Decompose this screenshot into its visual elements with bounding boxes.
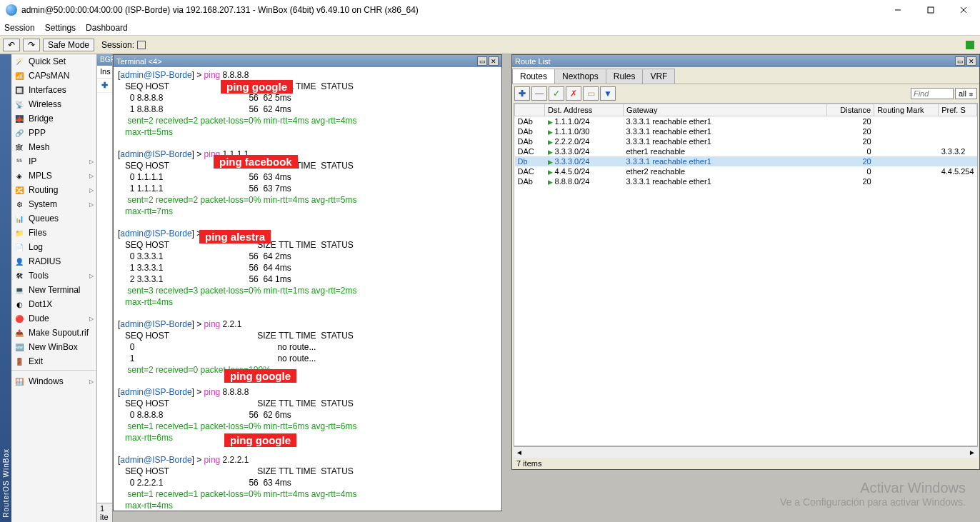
chevron-icon: ▷ [89, 378, 94, 385]
maximize-button[interactable] [914, 0, 947, 20]
sidebar-icon: 🪄 [14, 56, 24, 66]
sidebar-label: Mesh [29, 142, 49, 152]
menubar: Session Settings Dashboard [0, 20, 980, 36]
sidebar-item[interactable]: 📊Queues [11, 211, 96, 226]
sidebar-icon: 📡 [14, 99, 24, 109]
sidebar-item[interactable]: 👤RADIUS [11, 254, 96, 268]
terminal-close-button[interactable]: ✕ [489, 56, 499, 66]
close-button[interactable] [947, 0, 980, 20]
sidebar-icon: 🔀 [14, 185, 24, 195]
sidebar-item[interactable]: 📄Log [11, 240, 96, 254]
route-row[interactable]: DAb▶ 1.1.1.0/243.3.3.1 reachable ether12… [515, 116, 977, 127]
route-row[interactable]: DAb▶ 1.1.1.0/303.3.3.1 reachable ether12… [515, 126, 977, 136]
sidebar-item[interactable]: ◐Dot1X [11, 297, 96, 311]
sidebar-label: CAPsMAN [29, 71, 69, 81]
filter-button[interactable]: ▼ [600, 86, 616, 101]
sidebar-item[interactable]: 🔀Routing▷ [11, 183, 96, 197]
redo-button[interactable]: ↷ [23, 39, 40, 51]
routes-title: Route List [515, 57, 551, 66]
chevron-icon: ▷ [89, 173, 94, 179]
column-header[interactable]: Gateway [624, 104, 827, 116]
column-header[interactable]: Distance [827, 104, 874, 116]
sidebar-icon: 📊 [14, 214, 24, 224]
route-row[interactable]: Db▶ 3.3.3.0/243.3.3.1 reachable ether120 [515, 156, 977, 166]
safe-mode-button[interactable]: Safe Mode [43, 39, 94, 51]
sidebar-label: System [29, 199, 57, 209]
undo-button[interactable]: ↶ [3, 39, 20, 51]
comment-button[interactable]: ▭ [583, 86, 599, 101]
column-header[interactable]: Routing Mark [874, 104, 939, 116]
sidebar-item[interactable]: 📁Files [11, 226, 96, 240]
bgp-footer: 1 ite [97, 503, 112, 522]
svg-rect-1 [928, 7, 934, 13]
disable-button[interactable]: ✗ [566, 86, 581, 101]
tab-nexthops[interactable]: Nexthops [554, 69, 606, 84]
sidebar-item[interactable]: 🚪Exit [11, 354, 96, 368]
terminal-titlebar[interactable]: Terminal <4> ▭ ✕ [114, 55, 501, 67]
sidebar-icon: 📄 [14, 242, 24, 252]
add-icon[interactable]: ✚ [101, 81, 108, 90]
filter-all[interactable]: all ∓ [955, 88, 977, 99]
routes-scrollbar[interactable]: ◄ ► [514, 446, 978, 458]
sidebar-label: MPLS [29, 171, 52, 181]
bgp-title: BGP [97, 54, 112, 66]
tab-rules[interactable]: Rules [606, 69, 644, 84]
sidebar-item[interactable]: 📶CAPsMAN [11, 69, 96, 83]
annotation-label: ping google [221, 80, 293, 94]
menu-session[interactable]: Session [4, 23, 35, 33]
session-label: Session: [101, 40, 134, 50]
titlebar: admin@50:00:00:04:00:00 (ISP-Borde) via … [0, 0, 980, 20]
column-header[interactable]: Pref. S [939, 104, 977, 116]
add-button[interactable]: ✚ [514, 86, 530, 101]
sidebar-label: New Terminal [29, 285, 80, 295]
find-input[interactable] [911, 88, 954, 99]
terminal-body[interactable]: [admin@ISP-Borde] > ping 8.8.8.8 SEQ HOS… [114, 67, 501, 511]
routes-status: 7 items [512, 458, 979, 469]
menu-dashboard[interactable]: Dashboard [86, 23, 128, 33]
sidebar-item[interactable]: 🔲Interfaces [11, 83, 96, 97]
sidebar-item[interactable]: 🕸Mesh [11, 140, 96, 154]
sidebar-icon: 📶 [14, 71, 24, 81]
route-row[interactable]: DAb▶ 2.2.2.0/243.3.3.1 reachable ether12… [515, 136, 977, 146]
routes-window: Route List ▭ ✕ Routes Nexthops Rules VRF… [511, 54, 980, 470]
sidebar-label: Wireless [29, 99, 61, 109]
sidebar-item[interactable]: 📤Make Supout.rif [11, 326, 96, 340]
sidebar-item[interactable]: 🆕New WinBox [11, 340, 96, 354]
chevron-icon: ▷ [89, 201, 94, 208]
chevron-icon: ▷ [89, 159, 94, 165]
sidebar-item[interactable]: 🔗PPP [11, 126, 96, 140]
routes-minimize-button[interactable]: ▭ [955, 56, 965, 66]
route-row[interactable]: DAC▶ 4.4.5.0/24ether2 reachable04.4.5.25… [515, 166, 977, 176]
routes-close-button[interactable]: ✕ [966, 56, 976, 66]
remove-button[interactable]: — [531, 86, 547, 101]
sidebar-icon: 🌉 [14, 114, 24, 124]
terminal-minimize-button[interactable]: ▭ [477, 56, 487, 66]
route-row[interactable]: DAC▶ 3.3.3.0/24ether1 reachable03.3.3.2 [515, 146, 977, 156]
routes-titlebar[interactable]: Route List ▭ ✕ [512, 55, 979, 67]
terminal-window: Terminal <4> ▭ ✕ [admin@ISP-Borde] > pin… [113, 54, 502, 511]
sidebar-item-windows[interactable]: 🪟 Windows ▷ [11, 374, 96, 388]
chevron-icon: ▷ [89, 187, 94, 194]
sidebar-item[interactable]: 🛠Tools▷ [11, 268, 96, 283]
sidebar-item[interactable]: ◈MPLS▷ [11, 169, 96, 183]
minimize-button[interactable] [881, 0, 914, 20]
sidebar-item[interactable]: 🌉Bridge [11, 111, 96, 126]
sidebar-item[interactable]: 🔴Dude▷ [11, 311, 96, 326]
windows-icon: 🪟 [14, 376, 24, 386]
sidebar-item[interactable]: 💻New Terminal [11, 283, 96, 297]
enable-button[interactable]: ✓ [549, 86, 564, 101]
side-rail-label: RouterOS WinBox [2, 444, 10, 522]
sidebar-icon: 💻 [14, 285, 24, 295]
tab-routes[interactable]: Routes [512, 69, 555, 84]
route-row[interactable]: DAb▶ 8.8.8.0/243.3.3.1 reachable ether12… [515, 176, 977, 186]
sidebar-label: Interfaces [29, 85, 66, 95]
tab-vrf[interactable]: VRF [642, 69, 675, 84]
column-header[interactable] [515, 104, 545, 116]
column-header[interactable]: Dst. Address [545, 104, 624, 116]
sidebar-icon: 🔲 [14, 85, 24, 95]
sidebar-item[interactable]: ⁵⁵IP▷ [11, 154, 96, 169]
sidebar-item[interactable]: ⚙System▷ [11, 197, 96, 211]
sidebar-item[interactable]: 📡Wireless [11, 97, 96, 111]
menu-settings[interactable]: Settings [45, 23, 76, 33]
sidebar-item[interactable]: 🪄Quick Set [11, 54, 96, 69]
